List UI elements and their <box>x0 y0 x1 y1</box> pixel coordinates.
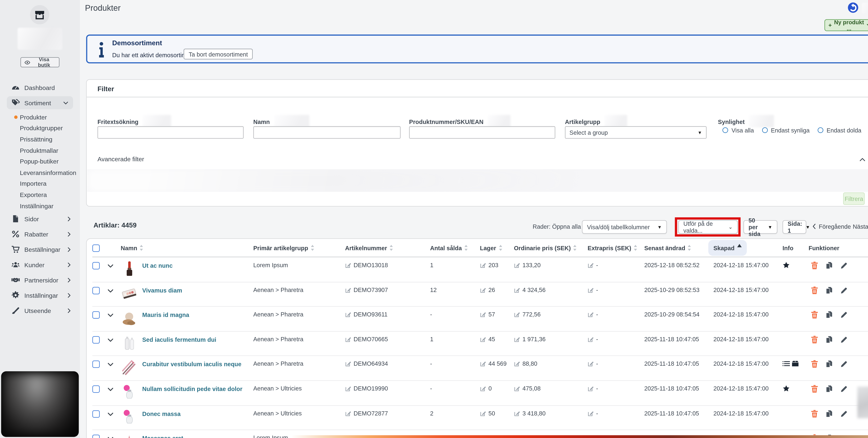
expand-row-icon[interactable] <box>107 312 114 319</box>
column-header-lager[interactable]: Lager <box>480 244 514 251</box>
sidebar-item-sidor[interactable]: Sidor <box>0 211 80 227</box>
row-checkbox[interactable] <box>92 262 100 269</box>
column-header-skapad[interactable]: Skapad <box>713 240 782 256</box>
sidebar-item-partnersidor[interactable]: Partnersidor <box>0 272 80 288</box>
inline-edit-icon[interactable] <box>588 262 594 268</box>
inline-edit-icon[interactable] <box>514 311 520 318</box>
sidebar-item-priss-ttning[interactable]: Prissättning <box>0 134 80 145</box>
edit-button[interactable] <box>840 286 848 294</box>
column-header-antal-s-lda[interactable]: Antal sålda <box>430 244 480 251</box>
sidebar-item-best-llningar[interactable]: Beställningar <box>0 242 80 257</box>
product-name-link[interactable]: Donec massa <box>142 410 181 417</box>
inline-edit-icon[interactable] <box>588 311 594 318</box>
sidebar-item-dashboard[interactable]: Dashboard <box>0 80 80 95</box>
edit-button[interactable] <box>840 336 848 343</box>
sidebar-item-rabatter[interactable]: Rabatter <box>0 227 80 242</box>
prev-page-button[interactable]: Föregående <box>812 223 851 230</box>
filter-submit-button[interactable]: Filtrera <box>843 193 865 205</box>
inline-edit-icon[interactable] <box>345 336 351 342</box>
edit-button[interactable] <box>840 410 848 417</box>
open-all-link[interactable]: Öppna alla <box>552 223 581 230</box>
product-name-link[interactable]: Sed iaculis fermentum dui <box>142 336 216 343</box>
inline-edit-icon[interactable] <box>480 262 486 268</box>
store-avatar[interactable] <box>30 5 49 24</box>
sidebar-item-importera[interactable]: Importera <box>0 178 80 189</box>
column-header-prim-r-artikelgrupp[interactable]: Primär artikelgrupp <box>253 244 345 251</box>
column-header-senast-ndrad[interactable]: Senast ändrad <box>644 244 713 251</box>
row-checkbox[interactable] <box>92 287 100 294</box>
expand-row-icon[interactable] <box>107 287 114 294</box>
freetext-input[interactable] <box>97 126 244 139</box>
sidebar-item-popup-butiker[interactable]: Popup-butiker <box>0 156 80 167</box>
product-name-link[interactable]: Vivamus diam <box>142 287 182 294</box>
sidebar-item-utseende[interactable]: Utseende <box>0 303 80 318</box>
delete-button[interactable] <box>811 262 818 269</box>
duplicate-button[interactable] <box>826 286 833 294</box>
inline-edit-icon[interactable] <box>514 336 520 342</box>
product-name-link[interactable]: Nullam sollicitudin pede vitae dolor <box>142 385 242 392</box>
delete-button[interactable] <box>811 385 818 393</box>
expand-row-icon[interactable] <box>107 337 114 343</box>
inline-edit-icon[interactable] <box>345 361 351 367</box>
duplicate-button[interactable] <box>826 410 833 417</box>
duplicate-button[interactable] <box>826 336 833 343</box>
delete-button[interactable] <box>811 286 818 294</box>
duplicate-button[interactable] <box>826 262 833 269</box>
inline-edit-icon[interactable] <box>345 262 351 268</box>
select-all-checkbox[interactable] <box>92 244 100 251</box>
inline-edit-icon[interactable] <box>480 385 486 392</box>
group-select[interactable]: Select a group ▼ <box>565 126 707 139</box>
edit-button[interactable] <box>840 385 848 393</box>
product-name-link[interactable]: Curabitur vestibulum iaculis neque <box>142 361 241 367</box>
inline-edit-icon[interactable] <box>514 385 520 392</box>
inline-edit-icon[interactable] <box>588 361 594 367</box>
row-checkbox[interactable] <box>92 311 100 319</box>
sidebar-item-produkter[interactable]: Produkter <box>0 111 80 123</box>
inline-edit-icon[interactable] <box>514 410 520 416</box>
inline-edit-icon[interactable] <box>480 311 486 318</box>
delete-button[interactable] <box>811 360 818 368</box>
duplicate-button[interactable] <box>826 311 833 319</box>
sidebar-item-leveransinformation[interactable]: Leveransinformation <box>0 167 80 178</box>
sidebar-item-kunder[interactable]: Kunder <box>0 257 80 272</box>
duplicate-button[interactable] <box>826 360 833 368</box>
product-name-link[interactable]: Mauris id magna <box>142 311 189 318</box>
row-checkbox[interactable] <box>92 361 100 368</box>
inline-edit-icon[interactable] <box>480 361 486 367</box>
inline-edit-icon[interactable] <box>588 336 594 342</box>
inline-edit-icon[interactable] <box>480 410 486 416</box>
inline-edit-icon[interactable] <box>345 311 351 318</box>
inline-edit-icon[interactable] <box>514 361 520 367</box>
sidebar-item-exportera[interactable]: Exportera <box>0 189 80 200</box>
column-header-ordinarie-pris-sek[interactable]: Ordinarie pris (SEK) <box>514 244 587 251</box>
row-checkbox[interactable] <box>92 385 100 393</box>
product-name-link[interactable]: Ut ac nunc <box>142 262 173 269</box>
inline-edit-icon[interactable] <box>588 287 594 293</box>
remove-demo-button[interactable]: Ta bort demosortiment <box>184 49 253 60</box>
duplicate-button[interactable] <box>826 385 833 393</box>
edit-button[interactable] <box>840 311 848 319</box>
sidebar-item-produktgrupper[interactable]: Produktgrupper <box>0 123 80 134</box>
view-store-button[interactable]: Visa butik <box>21 57 60 67</box>
radio-endast-dolda[interactable] <box>817 127 823 133</box>
expand-row-icon[interactable] <box>107 263 114 269</box>
delete-button[interactable] <box>811 311 818 319</box>
inline-edit-icon[interactable] <box>345 385 351 392</box>
columns-dropdown[interactable]: Visa/dölj tabellkolumner ▼ <box>582 220 667 234</box>
inline-edit-icon[interactable] <box>480 336 486 342</box>
per-page-dropdown[interactable]: 50 per sida ▼ <box>743 220 777 234</box>
next-page-button[interactable]: Nästa <box>853 223 868 230</box>
logout-button[interactable] <box>848 2 859 13</box>
inline-edit-icon[interactable] <box>588 410 594 416</box>
edit-button[interactable] <box>840 262 848 269</box>
expand-row-icon[interactable] <box>107 361 114 368</box>
advanced-filter-toggle[interactable]: Avancerade filter <box>97 156 144 163</box>
sidebar-item-inst-llningar[interactable]: Inställningar <box>0 288 80 303</box>
expand-row-icon[interactable] <box>107 386 114 393</box>
inline-edit-icon[interactable] <box>514 262 520 268</box>
inline-edit-icon[interactable] <box>514 287 520 293</box>
sidebar-item-sortiment[interactable]: Sortiment <box>7 96 73 109</box>
column-header-artikelnummer[interactable]: Artikelnummer <box>345 244 430 251</box>
radio-visa-alla[interactable] <box>722 127 728 133</box>
name-input[interactable] <box>253 126 401 139</box>
